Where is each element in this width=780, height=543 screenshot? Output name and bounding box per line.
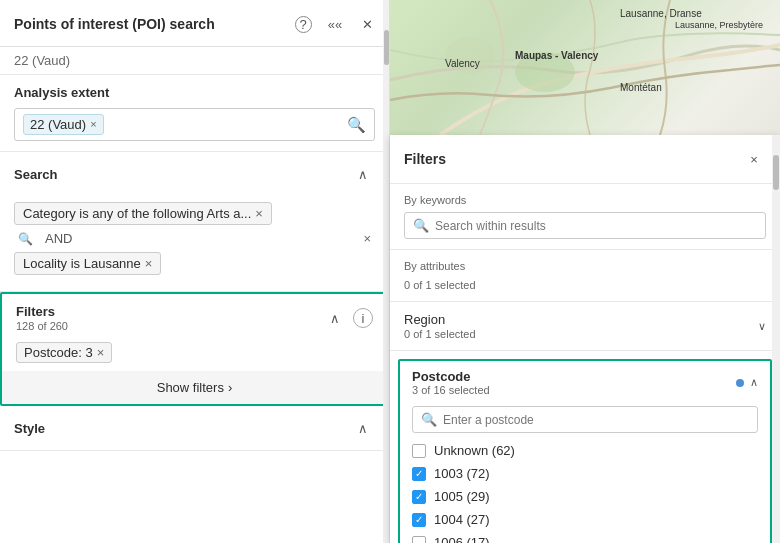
list-item[interactable]: 1004 (27) — [412, 508, 758, 531]
right-scrollbar[interactable] — [772, 135, 780, 543]
filter-attributes-row: 0 of 1 selected — [404, 278, 766, 291]
left-scrollbar[interactable] — [383, 0, 389, 543]
filter-keywords-label: By keywords — [404, 194, 766, 206]
right-panel: Lausanne, Dranse Lausanne, Presbytère Va… — [390, 0, 780, 543]
filters-title: Filters — [16, 304, 68, 319]
list-item[interactable]: Unknown (62) — [412, 439, 758, 462]
show-filters-label: Show filters — [157, 380, 224, 395]
postcode-search-box: 🔍 — [412, 406, 758, 433]
question-icon: ? — [295, 16, 312, 33]
filter-attributes-selected: 0 of 1 selected — [404, 279, 476, 291]
search-conditions: Category is any of the following Arts a.… — [0, 194, 389, 291]
filter-region-selected: 0 of 1 selected — [404, 328, 476, 340]
filters-info-button[interactable]: By attributes i — [353, 308, 373, 328]
postcode-item-label-0: Unknown (62) — [434, 443, 515, 458]
filters-popup-title: Filters — [404, 151, 446, 167]
style-collapse-button[interactable]: ∧ — [351, 416, 375, 440]
postcode-checkbox-4[interactable] — [412, 536, 426, 544]
postcode-item-label-1: 1003 (72) — [434, 466, 490, 481]
map-label-lausanne-presbytère: Lausanne, Presbytère — [675, 20, 763, 30]
map-label-maupas-valency: Maupas - Valency — [515, 50, 598, 61]
list-item[interactable]: 1003 (72) — [412, 462, 758, 485]
condition-and-row: 🔍 AND × — [14, 231, 375, 246]
filters-title-group: Filters 128 of 260 — [16, 304, 68, 332]
style-label: Style — [14, 421, 45, 436]
map-labels: Lausanne, Dranse Lausanne, Presbytère Va… — [390, 0, 780, 135]
condition-tag-1-remove[interactable]: × — [255, 206, 263, 221]
show-filters-button[interactable]: Show filters › — [2, 371, 387, 404]
filter-group-region[interactable]: Region 0 of 1 selected ∨ — [390, 302, 780, 351]
postcode-search-icon: 🔍 — [421, 412, 437, 427]
analysis-extent-body: 22 (Vaud) × 🔍 — [0, 108, 389, 151]
postcode-checkbox-3[interactable] — [412, 513, 426, 527]
keyword-search-box: 🔍 — [404, 212, 766, 239]
collapse-button[interactable]: «« — [323, 12, 347, 36]
scrollbar-thumb-left[interactable] — [384, 30, 389, 65]
panel-header: Points of interest (POI) search ? «« ✕ — [0, 0, 389, 47]
map-label-valency: Valency — [445, 58, 480, 69]
filter-region-name: Region — [404, 312, 476, 327]
help-button[interactable]: ? — [291, 12, 315, 36]
postcode-item-label-3: 1004 (27) — [434, 512, 490, 527]
condition-tag-1: Category is any of the following Arts a.… — [14, 202, 272, 225]
left-panel: Points of interest (POI) search ? «« ✕ 2… — [0, 0, 390, 543]
region-chevron-icon: ∨ — [758, 320, 766, 333]
postcode-selected: 3 of 16 selected — [412, 384, 490, 396]
close-icon-popup: × — [750, 152, 758, 167]
filters-header-right: ∧ By attributes i — [323, 306, 373, 330]
filters-popup-close-button[interactable]: × — [742, 147, 766, 171]
condition-tag-2-text: Locality is Lausanne — [23, 256, 141, 271]
postcode-item-label-4: 1006 (17) — [434, 535, 490, 543]
filters-collapse-button[interactable]: ∧ — [323, 306, 347, 330]
double-chevron-left-icon: «« — [328, 17, 342, 32]
postcode-header-right: ∧ — [736, 376, 758, 389]
filter-attributes-label: By attributes — [404, 260, 766, 272]
postcode-search-input[interactable] — [443, 413, 749, 427]
and-remove[interactable]: × — [363, 231, 371, 246]
filter-tag-postcode-text: Postcode: 3 — [24, 345, 93, 360]
search-section: Search ∧ Category is any of the followin… — [0, 152, 389, 292]
search-collapse-button[interactable]: ∧ — [351, 162, 375, 186]
chevron-up-icon-filters: ∧ — [330, 311, 340, 326]
keyword-search-input[interactable] — [435, 219, 757, 233]
postcode-list[interactable]: Unknown (62) 1003 (72) 1005 (29) — [412, 439, 758, 543]
map-label-lausanne-dranse: Lausanne, Dranse — [620, 8, 702, 19]
postcode-checkbox-0[interactable] — [412, 444, 426, 458]
scrollbar-thumb-right[interactable] — [773, 155, 779, 190]
postcode-checkbox-2[interactable] — [412, 490, 426, 504]
chevron-up-icon: ∧ — [358, 167, 368, 182]
filters-header: Filters 128 of 260 ∧ By attributes i — [2, 294, 387, 338]
list-item[interactable]: 1005 (29) — [412, 485, 758, 508]
analysis-extent-label: Analysis extent — [14, 85, 109, 100]
show-filters-chevron: › — [228, 380, 232, 395]
postcode-title: Postcode — [412, 369, 490, 384]
filter-region-row: Region 0 of 1 selected ∨ — [404, 312, 766, 340]
map-area: Lausanne, Dranse Lausanne, Presbytère Va… — [390, 0, 780, 135]
extent-tag-remove[interactable]: × — [90, 119, 96, 130]
postcode-dot-indicator — [736, 379, 744, 387]
search-header: Search ∧ — [0, 152, 389, 194]
postcode-checkbox-1[interactable] — [412, 467, 426, 481]
filters-popup: Filters × By keywords 🔍 By attributes — [390, 135, 780, 543]
chevron-up-icon-style: ∧ — [358, 421, 368, 436]
condition-tag-2: Locality is Lausanne × — [14, 252, 161, 275]
list-item[interactable]: 1006 (17) — [412, 531, 758, 543]
postcode-chevron-icon: ∧ — [750, 376, 758, 389]
filter-group-keywords: By keywords 🔍 — [390, 184, 780, 250]
breadcrumb: 22 (Vaud) — [0, 47, 389, 75]
keyword-search-icon: 🔍 — [413, 218, 429, 233]
filters-section: Filters 128 of 260 ∧ By attributes i Pos… — [0, 292, 389, 406]
condition-row-1: Category is any of the following Arts a.… — [14, 202, 375, 225]
close-panel-button[interactable]: ✕ — [355, 12, 379, 36]
filters-count: 128 of 260 — [16, 320, 68, 332]
and-label: AND — [45, 231, 72, 246]
style-section: Style ∧ — [0, 406, 389, 451]
filters-popup-body[interactable]: By keywords 🔍 By attributes 0 of 1 selec… — [390, 184, 780, 543]
condition-tag-2-remove[interactable]: × — [145, 256, 153, 271]
filter-tags: Postcode: 3 × — [2, 338, 387, 371]
filter-tag-postcode: Postcode: 3 × — [16, 342, 112, 363]
condition-tag-1-text: Category is any of the following Arts a.… — [23, 206, 251, 221]
condition-row-2: Locality is Lausanne × — [14, 252, 375, 275]
filter-tag-postcode-remove[interactable]: × — [97, 345, 105, 360]
postcode-item-label-2: 1005 (29) — [434, 489, 490, 504]
